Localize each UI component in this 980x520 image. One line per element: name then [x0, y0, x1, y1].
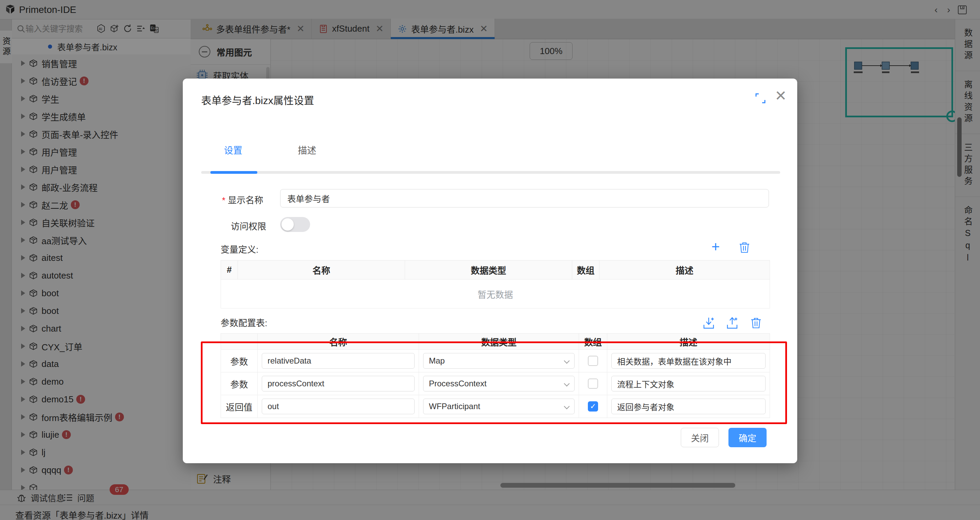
fullscreen-icon[interactable] [755, 93, 766, 104]
tab-divider [201, 171, 780, 174]
dialog-title: 表单参与者.bizx属性设置 [201, 92, 314, 107]
close-icon[interactable]: ✕ [775, 89, 787, 103]
import-params-icon[interactable] [703, 317, 715, 330]
delete-variable-icon[interactable] [739, 242, 750, 254]
params-label: 参数配置表: [221, 316, 267, 328]
dialog-tab-description[interactable]: 描述 [298, 143, 316, 157]
close-button[interactable]: 关闭 [681, 428, 719, 447]
annotation-highlight-rect [201, 341, 787, 424]
col-header-name: 名称 [238, 260, 405, 279]
col-header-dtype: 数据类型 [405, 260, 572, 279]
tab-active-indicator [210, 171, 257, 174]
display-name-label: 显示名称 [222, 193, 263, 206]
toggle-knob [282, 218, 294, 231]
vars-label: 变量定义: [221, 243, 258, 255]
empty-placeholder: 暂无数据 [221, 279, 770, 308]
col-header-array: 数组 [572, 260, 600, 279]
display-name-input[interactable] [280, 189, 769, 208]
variables-table: # 名称 数据类型 数组 描述 暂无数据 [221, 260, 770, 308]
dialog-tab-settings[interactable]: 设置 [224, 143, 242, 157]
app-window: Primeton-IDE ‹ › 资源 AI [0, 0, 980, 520]
export-params-icon[interactable] [726, 317, 738, 330]
ok-button[interactable]: 确定 [729, 428, 767, 447]
access-toggle[interactable] [280, 217, 310, 232]
access-label: 访问权限 [231, 219, 266, 232]
delete-params-icon[interactable] [751, 317, 762, 329]
col-header-desc: 描述 [600, 260, 770, 279]
col-header-index: # [221, 260, 238, 279]
add-variable-icon[interactable]: + [711, 240, 720, 254]
